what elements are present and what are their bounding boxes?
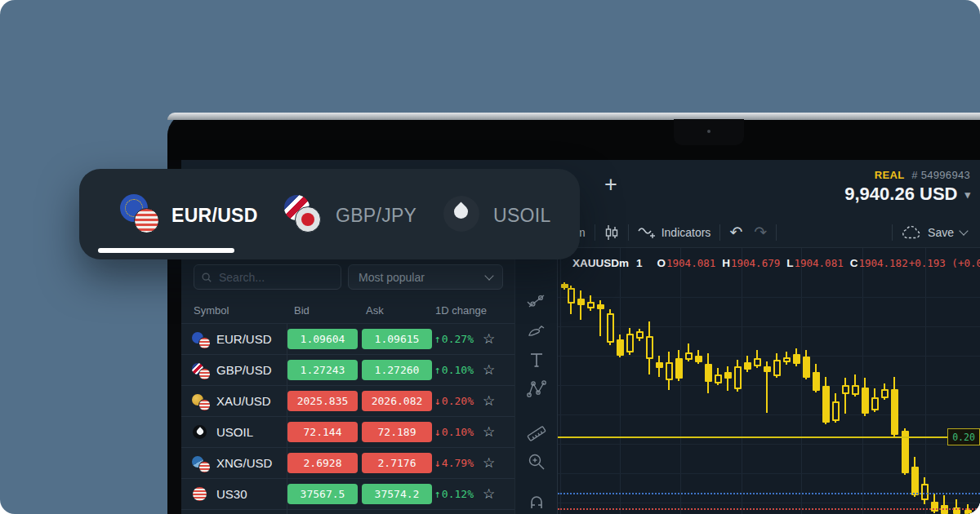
candlestick-chart[interactable]: XAUUSDm1O1904.081H1904.679L1904.081C1904… [557,248,980,514]
ask-price-button[interactable]: 72.189 [362,422,432,442]
ruler-tool[interactable] [526,423,547,444]
ask-price-button[interactable]: 1.09615 [362,329,432,349]
candle [695,356,702,362]
account-type-badge: REAL [875,169,905,181]
text-tool[interactable] [526,349,547,370]
candle [803,357,810,378]
camera-notch [674,119,744,145]
gridline [742,248,742,514]
search-input[interactable] [217,270,333,285]
redo-button[interactable]: ↷ [754,223,767,241]
ohlc-readout: XAUUSDm1O1904.081H1904.679L1904.081C1904… [572,257,980,269]
zoom-in-tool[interactable] [526,451,547,472]
bid-price-button[interactable]: 2025.835 [287,391,358,411]
symbol-name: USOIL [216,425,253,439]
category-filter-dropdown[interactable]: Most popular [348,264,503,290]
toolbar-divider [719,224,720,241]
bid-price-button[interactable]: 72.144 [287,422,358,442]
brush-tool[interactable] [526,321,547,342]
candle [783,357,791,362]
save-layout-button[interactable]: Save [902,225,967,239]
symbol-icon [192,361,210,379]
ask-price-button[interactable]: 2026.082 [362,391,432,411]
candlestick-icon [604,224,619,241]
tab-eur-usd[interactable]: EUR/USD [120,196,258,235]
candle [813,372,820,391]
candle-wick [727,366,728,391]
account-selector[interactable]: REAL # 54996943 9,940.26 USD ▾ [844,169,970,205]
candle [754,358,761,366]
main-area: Most popular Symbol Bid Ask 1D change EU… [181,248,980,514]
watchlist-row-gbp-usd[interactable]: GBP/USD 1.27243 1.27260 ↑0.10% ☆ [181,354,514,385]
magnet-tool[interactable] [526,491,547,512]
candle [891,389,898,435]
page-background: + REAL # 54996943 9,940.26 USD ▾ m [0,0,980,514]
watchlist-row-eur-usd[interactable]: EUR/USD 1.09604 1.09615 ↑0.27% ☆ [181,323,514,354]
chart-type-candles-button[interactable] [604,224,619,241]
indicators-button[interactable]: Indicators [638,225,711,240]
favorite-star-icon[interactable]: ☆ [483,355,495,385]
watchlist-row-xng-usd[interactable]: XNG/USD 2.6928 2.7176 ↓4.79% ☆ [181,447,514,478]
tab-gbp-jpy[interactable]: GBP/JPY [284,196,416,235]
watchlist-row-xau-usd[interactable]: XAU/USD 2025.835 2026.082 ↓0.20% ☆ [181,385,514,416]
candle [744,362,751,370]
symbol-name: US30 [216,487,247,501]
candle [626,334,634,352]
candle [911,467,919,495]
tab-usoil[interactable]: USOIL [443,196,551,235]
daily-change: ↑0.10% [434,355,474,385]
webcam-dot [707,130,710,133]
bid-price-button[interactable]: 1.27243 [287,360,358,380]
column-bid: Bid [294,304,310,317]
gridline [862,248,863,514]
favorite-star-icon[interactable]: ☆ [483,479,495,509]
add-chart-tab-button[interactable]: + [599,173,622,197]
candle [646,336,653,359]
blue-dotted-line [558,493,980,494]
candle [617,339,624,356]
ask-price-button[interactable]: 2.7176 [362,453,432,473]
ask-price-button[interactable]: 1.27260 [362,360,432,380]
drawing-tools-sidebar [514,248,558,514]
daily-change: ↑0.27% [434,324,474,354]
trend-line-tool[interactable] [526,290,547,312]
chart-symbol: XAUUSDm [572,257,629,269]
candle [577,299,585,305]
favorite-star-icon[interactable]: ☆ [483,386,495,416]
price-level-label: 0.20 [947,428,980,445]
candle [871,397,879,410]
toolbar-divider [892,224,893,241]
symbol-icon [192,485,210,503]
chevron-down-icon [959,226,968,235]
watchlist-row-usoil[interactable]: USOIL 72.144 72.189 ↓0.10% ☆ [181,416,514,447]
bid-price-button[interactable]: 37567.5 [287,484,358,504]
favorite-star-icon[interactable]: ☆ [483,448,495,478]
yellow-level-line[interactable] [558,436,980,438]
ask-price-button[interactable]: 37574.2 [362,484,432,504]
candle [675,358,683,379]
open-value: 1904.081 [666,257,715,269]
candle-wick [844,378,846,414]
candle [764,366,771,372]
column-ask: Ask [366,304,384,317]
caret-down-icon: ▾ [964,188,970,201]
gridline [558,385,980,386]
favorite-star-icon[interactable]: ☆ [483,417,495,447]
candle [921,484,929,500]
pattern-tool[interactable] [526,378,547,399]
watchlist-row-us30[interactable]: US30 37567.5 37574.2 ↑0.12% ☆ [181,478,514,509]
candle [685,352,693,360]
watchlist-row[interactable] [181,509,514,514]
daily-change: ↓0.20% [434,386,474,416]
daily-change: ↑0.12% [434,479,474,509]
bid-price-button[interactable]: 1.09604 [287,329,358,349]
low-value: 1904.081 [794,257,843,269]
undo-button[interactable]: ↶ [729,223,742,241]
bid-price-button[interactable]: 2.6928 [287,453,358,473]
candle [931,502,938,512]
search-box[interactable] [194,264,341,290]
red-dotted-line [558,508,980,510]
search-icon [202,272,212,283]
favorite-star-icon[interactable]: ☆ [483,324,495,354]
cloud-icon [902,225,921,239]
